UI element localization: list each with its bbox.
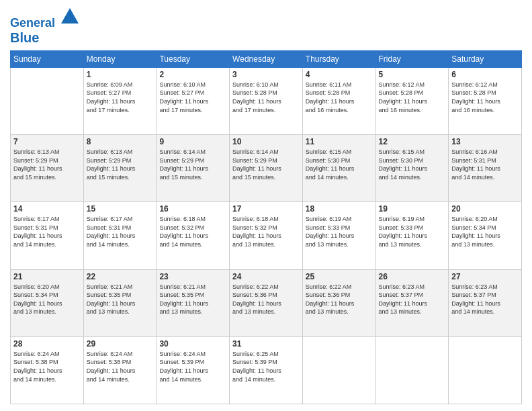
day-number: 23 [159, 272, 226, 281]
day-info: Sunrise: 6:11 AM Sunset: 5:28 PM Dayligh… [306, 81, 373, 114]
week-row-2: 7Sunrise: 6:13 AM Sunset: 5:29 PM Daylig… [11, 135, 522, 202]
day-number: 14 [13, 204, 81, 214]
day-info: Sunrise: 6:14 AM Sunset: 5:29 PM Dayligh… [232, 148, 300, 181]
day-cell: 14Sunrise: 6:17 AM Sunset: 5:31 PM Dayli… [11, 202, 84, 269]
day-number: 18 [306, 204, 373, 214]
day-cell: 30Sunrise: 6:24 AM Sunset: 5:39 PM Dayli… [157, 336, 230, 404]
day-info: Sunrise: 6:09 AM Sunset: 5:27 PM Dayligh… [87, 81, 154, 114]
day-number: 16 [159, 204, 226, 214]
day-cell: 25Sunrise: 6:22 AM Sunset: 5:36 PM Dayli… [302, 269, 375, 336]
day-cell: 12Sunrise: 6:15 AM Sunset: 5:30 PM Dayli… [375, 135, 449, 202]
logo-blue: Blue [10, 30, 80, 45]
day-info: Sunrise: 6:21 AM Sunset: 5:35 PM Dayligh… [159, 283, 226, 316]
day-number: 26 [379, 272, 446, 281]
day-number: 9 [159, 137, 226, 146]
weekday-wednesday: Wednesday [230, 50, 303, 67]
day-info: Sunrise: 6:12 AM Sunset: 5:28 PM Dayligh… [451, 81, 519, 114]
day-cell: 9Sunrise: 6:14 AM Sunset: 5:29 PM Daylig… [157, 135, 230, 202]
day-cell: 6Sunrise: 6:12 AM Sunset: 5:28 PM Daylig… [449, 67, 522, 134]
day-number: 3 [232, 70, 300, 79]
weekday-tuesday: Tuesday [157, 50, 230, 67]
calendar-table: SundayMondayTuesdayWednesdayThursdayFrid… [10, 50, 522, 404]
day-number: 15 [87, 204, 154, 214]
week-row-4: 21Sunrise: 6:20 AM Sunset: 5:34 PM Dayli… [11, 269, 522, 336]
logo-text: General [10, 7, 80, 30]
day-info: Sunrise: 6:14 AM Sunset: 5:29 PM Dayligh… [159, 148, 226, 181]
logo: General Blue [10, 7, 80, 45]
day-info: Sunrise: 6:10 AM Sunset: 5:27 PM Dayligh… [159, 81, 226, 114]
day-cell: 16Sunrise: 6:18 AM Sunset: 5:32 PM Dayli… [157, 202, 230, 269]
day-cell: 18Sunrise: 6:19 AM Sunset: 5:33 PM Dayli… [302, 202, 375, 269]
day-info: Sunrise: 6:23 AM Sunset: 5:37 PM Dayligh… [451, 283, 519, 316]
day-number: 30 [159, 339, 226, 349]
day-cell: 13Sunrise: 6:16 AM Sunset: 5:31 PM Dayli… [449, 135, 522, 202]
day-cell: 28Sunrise: 6:24 AM Sunset: 5:38 PM Dayli… [11, 336, 84, 404]
day-info: Sunrise: 6:17 AM Sunset: 5:31 PM Dayligh… [87, 215, 154, 248]
day-cell: 4Sunrise: 6:11 AM Sunset: 5:28 PM Daylig… [302, 67, 375, 134]
day-cell: 19Sunrise: 6:19 AM Sunset: 5:33 PM Dayli… [375, 202, 449, 269]
day-info: Sunrise: 6:22 AM Sunset: 5:36 PM Dayligh… [306, 283, 373, 316]
week-row-1: 1Sunrise: 6:09 AM Sunset: 5:27 PM Daylig… [11, 67, 522, 134]
day-number: 10 [232, 137, 300, 146]
day-cell: 2Sunrise: 6:10 AM Sunset: 5:27 PM Daylig… [157, 67, 230, 134]
day-info: Sunrise: 6:19 AM Sunset: 5:33 PM Dayligh… [379, 215, 446, 248]
day-cell: 20Sunrise: 6:20 AM Sunset: 5:34 PM Dayli… [449, 202, 522, 269]
day-number: 13 [451, 137, 519, 146]
day-number: 28 [13, 339, 81, 349]
day-cell: 27Sunrise: 6:23 AM Sunset: 5:37 PM Dayli… [449, 269, 522, 336]
day-number: 6 [451, 70, 519, 79]
day-info: Sunrise: 6:17 AM Sunset: 5:31 PM Dayligh… [13, 215, 81, 248]
day-cell: 11Sunrise: 6:15 AM Sunset: 5:30 PM Dayli… [302, 135, 375, 202]
day-number: 8 [87, 137, 154, 146]
day-info: Sunrise: 6:24 AM Sunset: 5:38 PM Dayligh… [13, 350, 81, 383]
day-cell: 7Sunrise: 6:13 AM Sunset: 5:29 PM Daylig… [11, 135, 84, 202]
day-cell: 23Sunrise: 6:21 AM Sunset: 5:35 PM Dayli… [157, 269, 230, 336]
weekday-thursday: Thursday [302, 50, 375, 67]
day-number: 7 [13, 137, 81, 146]
day-number: 24 [232, 272, 300, 281]
weekday-monday: Monday [83, 50, 157, 67]
day-number: 20 [451, 204, 519, 214]
day-cell: 5Sunrise: 6:12 AM Sunset: 5:28 PM Daylig… [375, 67, 449, 134]
day-number: 17 [232, 204, 300, 214]
day-cell: 21Sunrise: 6:20 AM Sunset: 5:34 PM Dayli… [11, 269, 84, 336]
day-info: Sunrise: 6:13 AM Sunset: 5:29 PM Dayligh… [87, 148, 154, 181]
week-row-3: 14Sunrise: 6:17 AM Sunset: 5:31 PM Dayli… [11, 202, 522, 269]
day-cell: 8Sunrise: 6:13 AM Sunset: 5:29 PM Daylig… [83, 135, 157, 202]
day-info: Sunrise: 6:15 AM Sunset: 5:30 PM Dayligh… [306, 148, 373, 181]
day-info: Sunrise: 6:22 AM Sunset: 5:36 PM Dayligh… [232, 283, 300, 316]
day-cell: 31Sunrise: 6:25 AM Sunset: 5:39 PM Dayli… [230, 336, 303, 404]
day-info: Sunrise: 6:13 AM Sunset: 5:29 PM Dayligh… [13, 148, 81, 181]
weekday-friday: Friday [375, 50, 449, 67]
day-cell: 1Sunrise: 6:09 AM Sunset: 5:27 PM Daylig… [83, 67, 157, 134]
day-number: 1 [87, 70, 154, 79]
day-number: 4 [306, 70, 373, 79]
day-info: Sunrise: 6:25 AM Sunset: 5:39 PM Dayligh… [232, 350, 300, 383]
day-number: 25 [306, 272, 373, 281]
day-info: Sunrise: 6:18 AM Sunset: 5:32 PM Dayligh… [232, 215, 300, 248]
day-cell: 3Sunrise: 6:10 AM Sunset: 5:28 PM Daylig… [230, 67, 303, 134]
day-info: Sunrise: 6:15 AM Sunset: 5:30 PM Dayligh… [379, 148, 446, 181]
day-number: 12 [379, 137, 446, 146]
day-cell [449, 336, 522, 404]
header: General Blue [10, 7, 522, 45]
day-info: Sunrise: 6:12 AM Sunset: 5:28 PM Dayligh… [379, 81, 446, 114]
day-info: Sunrise: 6:19 AM Sunset: 5:33 PM Dayligh… [306, 215, 373, 248]
weekday-sunday: Sunday [11, 50, 84, 67]
day-cell [11, 67, 84, 134]
weekday-saturday: Saturday [449, 50, 522, 67]
day-cell: 17Sunrise: 6:18 AM Sunset: 5:32 PM Dayli… [230, 202, 303, 269]
day-info: Sunrise: 6:21 AM Sunset: 5:35 PM Dayligh… [87, 283, 154, 316]
day-number: 31 [232, 339, 300, 349]
day-cell [302, 336, 375, 404]
day-info: Sunrise: 6:20 AM Sunset: 5:34 PM Dayligh… [13, 283, 81, 316]
day-info: Sunrise: 6:20 AM Sunset: 5:34 PM Dayligh… [451, 215, 519, 248]
page: General Blue SundayMondayTuesdayWednesda… [0, 0, 532, 411]
day-cell: 24Sunrise: 6:22 AM Sunset: 5:36 PM Dayli… [230, 269, 303, 336]
day-number: 19 [379, 204, 446, 214]
svg-marker-0 [61, 8, 79, 24]
day-info: Sunrise: 6:24 AM Sunset: 5:38 PM Dayligh… [87, 350, 154, 383]
day-cell: 15Sunrise: 6:17 AM Sunset: 5:31 PM Dayli… [83, 202, 157, 269]
day-number: 22 [87, 272, 154, 281]
day-cell: 22Sunrise: 6:21 AM Sunset: 5:35 PM Dayli… [83, 269, 157, 336]
